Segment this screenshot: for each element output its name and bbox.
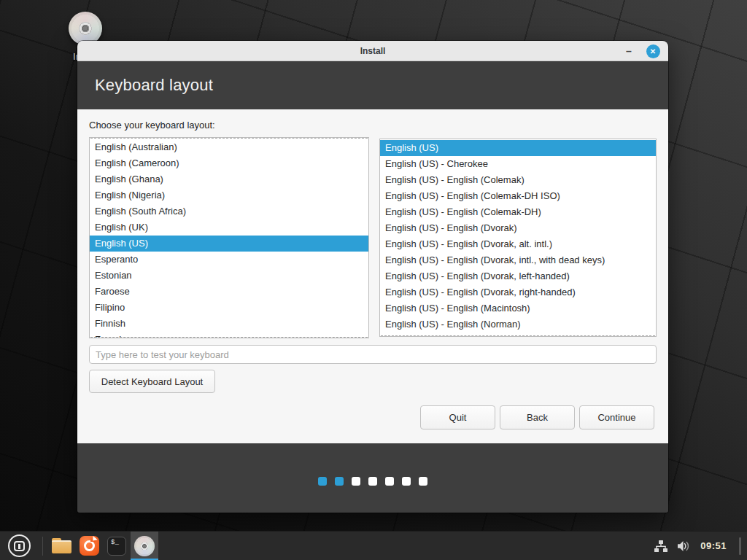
terminal-icon: $_ — [107, 537, 126, 556]
taskbar-separator — [42, 537, 43, 556]
layout-option-selected[interactable]: English (US) — [90, 236, 368, 252]
system-tray: 09:51 — [654, 537, 747, 555]
step-progress-indicator — [318, 477, 427, 486]
variant-option[interactable]: English (US) - English (Macintosh) — [380, 300, 656, 316]
layout-option[interactable]: English (Cameroon) — [90, 155, 368, 171]
volume-icon[interactable] — [677, 540, 691, 552]
installer-taskbar-button[interactable] — [131, 532, 158, 560]
variant-list[interactable]: English (US) English (US) - Cherokee Eng… — [379, 139, 657, 337]
desktop-wallpaper: Install Install – ✕ Keyboard layout Choo… — [0, 0, 747, 560]
clock[interactable]: 09:51 — [700, 540, 727, 551]
layout-option[interactable]: Filipino — [90, 300, 368, 316]
page-title: Keyboard layout — [95, 76, 213, 95]
variant-option-selected[interactable]: English (US) — [380, 140, 656, 156]
continue-button[interactable]: Continue — [579, 405, 654, 429]
installer-disc-icon — [134, 536, 155, 556]
mint-logo-icon — [8, 534, 31, 557]
step-dot-active — [335, 477, 344, 486]
titlebar[interactable]: Install – ✕ — [77, 41, 668, 61]
firefox-icon — [80, 536, 99, 556]
show-desktop-handle[interactable] — [739, 537, 741, 555]
layout-option[interactable]: Finnish — [90, 316, 368, 332]
keyboard-layout-page: Choose your keyboard layout: English (Au… — [77, 109, 668, 443]
scroll-overflow-indicator — [90, 337, 368, 338]
choose-layout-label: Choose your keyboard layout: — [89, 120, 215, 131]
detect-keyboard-layout-button[interactable]: Detect Keyboard Layout — [89, 370, 215, 393]
layout-option[interactable]: Faroese — [90, 284, 368, 300]
scroll-overflow-indicator — [90, 138, 368, 139]
minimize-button[interactable]: – — [620, 41, 638, 61]
window-title: Install — [360, 46, 386, 56]
layout-option[interactable]: English (Ghana) — [90, 171, 368, 187]
variant-option[interactable]: English (US) - English (Norman) — [380, 316, 656, 332]
variant-option[interactable]: English (US) - English (Dvorak) — [380, 220, 656, 236]
layout-option[interactable]: Esperanto — [90, 252, 368, 268]
variant-option[interactable]: English (US) - English (Colemak-DH) — [380, 204, 656, 220]
terminal-launcher[interactable]: $_ — [103, 532, 131, 560]
step-dot-active — [318, 477, 327, 486]
step-dot — [368, 477, 377, 486]
step-dot — [352, 477, 360, 486]
step-dot — [385, 477, 394, 486]
layout-option[interactable]: English (Nigeria) — [90, 187, 368, 203]
navigation-buttons: Quit Back Continue — [420, 405, 654, 429]
variant-option[interactable]: English (US) - Cherokee — [380, 156, 656, 172]
variant-option[interactable]: English (US) - English (Colemak) — [380, 172, 656, 188]
variant-option[interactable]: English (US) - English (Dvorak, intl., w… — [380, 252, 656, 268]
folder-icon — [52, 538, 71, 553]
scroll-overflow-indicator — [381, 335, 655, 336]
layout-option[interactable]: English (South Africa) — [90, 203, 368, 219]
variant-option[interactable]: English (US) - English (US, Symbolic) — [380, 332, 656, 337]
close-button[interactable]: ✕ — [644, 41, 662, 61]
layout-option[interactable]: English (UK) — [90, 219, 368, 236]
file-manager-launcher[interactable] — [47, 532, 75, 560]
minimize-icon: – — [626, 45, 632, 57]
variant-option[interactable]: English (US) - English (Colemak-DH ISO) — [380, 188, 656, 204]
close-icon: ✕ — [646, 44, 660, 58]
installer-window: Install – ✕ Keyboard layout Choose your … — [77, 41, 668, 513]
layout-option[interactable]: Estonian — [90, 268, 368, 284]
page-header: Keyboard layout — [77, 61, 668, 109]
step-dot — [419, 477, 427, 486]
quit-button[interactable]: Quit — [420, 405, 495, 429]
layout-list[interactable]: English (Australian) English (Cameroon) … — [89, 137, 369, 338]
mint-menu-button[interactable] — [0, 532, 38, 560]
taskbar: $_ — [0, 531, 747, 560]
variant-option[interactable]: English (US) - English (Dvorak, right-ha… — [380, 284, 656, 300]
variant-option[interactable]: English (US) - English (Dvorak, alt. int… — [380, 236, 656, 252]
progress-footer — [77, 443, 668, 513]
keyboard-test-input[interactable] — [89, 345, 657, 364]
layout-option[interactable]: English (Australian) — [90, 139, 368, 155]
step-dot — [402, 477, 411, 486]
back-button[interactable]: Back — [500, 405, 575, 429]
network-icon[interactable] — [654, 540, 667, 552]
firefox-launcher[interactable] — [75, 532, 103, 560]
variant-option[interactable]: English (US) - English (Dvorak, left-han… — [380, 268, 656, 284]
